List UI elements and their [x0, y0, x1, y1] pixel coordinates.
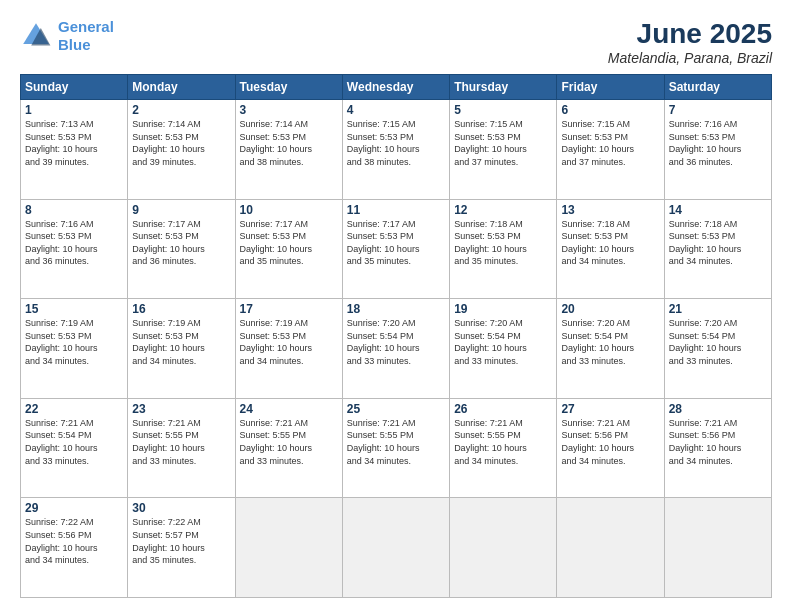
- day-cell: 25Sunrise: 7:21 AM Sunset: 5:55 PM Dayli…: [342, 398, 449, 498]
- day-cell: 1Sunrise: 7:13 AM Sunset: 5:53 PM Daylig…: [21, 100, 128, 200]
- day-number: 5: [454, 103, 552, 117]
- day-cell: 3Sunrise: 7:14 AM Sunset: 5:53 PM Daylig…: [235, 100, 342, 200]
- day-info: Sunrise: 7:20 AM Sunset: 5:54 PM Dayligh…: [561, 317, 659, 367]
- day-cell: 30Sunrise: 7:22 AM Sunset: 5:57 PM Dayli…: [128, 498, 235, 598]
- day-cell: 12Sunrise: 7:18 AM Sunset: 5:53 PM Dayli…: [450, 199, 557, 299]
- day-number: 6: [561, 103, 659, 117]
- day-info: Sunrise: 7:21 AM Sunset: 5:54 PM Dayligh…: [25, 417, 123, 467]
- day-info: Sunrise: 7:21 AM Sunset: 5:55 PM Dayligh…: [240, 417, 338, 467]
- day-cell: 5Sunrise: 7:15 AM Sunset: 5:53 PM Daylig…: [450, 100, 557, 200]
- day-number: 15: [25, 302, 123, 316]
- day-cell: 11Sunrise: 7:17 AM Sunset: 5:53 PM Dayli…: [342, 199, 449, 299]
- day-info: Sunrise: 7:19 AM Sunset: 5:53 PM Dayligh…: [132, 317, 230, 367]
- day-number: 20: [561, 302, 659, 316]
- logo: General Blue: [20, 18, 114, 54]
- day-number: 2: [132, 103, 230, 117]
- week-row-2: 8Sunrise: 7:16 AM Sunset: 5:53 PM Daylig…: [21, 199, 772, 299]
- day-info: Sunrise: 7:16 AM Sunset: 5:53 PM Dayligh…: [669, 118, 767, 168]
- day-number: 13: [561, 203, 659, 217]
- day-cell: 7Sunrise: 7:16 AM Sunset: 5:53 PM Daylig…: [664, 100, 771, 200]
- calendar-subtitle: Matelandia, Parana, Brazil: [608, 50, 772, 66]
- weekday-sunday: Sunday: [21, 75, 128, 100]
- day-info: Sunrise: 7:14 AM Sunset: 5:53 PM Dayligh…: [240, 118, 338, 168]
- day-info: Sunrise: 7:17 AM Sunset: 5:53 PM Dayligh…: [132, 218, 230, 268]
- day-cell: [235, 498, 342, 598]
- day-info: Sunrise: 7:21 AM Sunset: 5:55 PM Dayligh…: [132, 417, 230, 467]
- day-cell: 26Sunrise: 7:21 AM Sunset: 5:55 PM Dayli…: [450, 398, 557, 498]
- day-cell: 24Sunrise: 7:21 AM Sunset: 5:55 PM Dayli…: [235, 398, 342, 498]
- logo-icon: [20, 20, 52, 52]
- day-number: 14: [669, 203, 767, 217]
- day-number: 25: [347, 402, 445, 416]
- day-number: 24: [240, 402, 338, 416]
- day-number: 27: [561, 402, 659, 416]
- week-row-3: 15Sunrise: 7:19 AM Sunset: 5:53 PM Dayli…: [21, 299, 772, 399]
- day-cell: 27Sunrise: 7:21 AM Sunset: 5:56 PM Dayli…: [557, 398, 664, 498]
- day-cell: 17Sunrise: 7:19 AM Sunset: 5:53 PM Dayli…: [235, 299, 342, 399]
- day-number: 21: [669, 302, 767, 316]
- day-number: 19: [454, 302, 552, 316]
- day-cell: 29Sunrise: 7:22 AM Sunset: 5:56 PM Dayli…: [21, 498, 128, 598]
- day-info: Sunrise: 7:21 AM Sunset: 5:56 PM Dayligh…: [561, 417, 659, 467]
- day-info: Sunrise: 7:21 AM Sunset: 5:55 PM Dayligh…: [454, 417, 552, 467]
- day-info: Sunrise: 7:20 AM Sunset: 5:54 PM Dayligh…: [454, 317, 552, 367]
- day-info: Sunrise: 7:22 AM Sunset: 5:56 PM Dayligh…: [25, 516, 123, 566]
- day-number: 23: [132, 402, 230, 416]
- day-number: 29: [25, 501, 123, 515]
- weekday-friday: Friday: [557, 75, 664, 100]
- day-number: 7: [669, 103, 767, 117]
- day-number: 12: [454, 203, 552, 217]
- day-cell: 4Sunrise: 7:15 AM Sunset: 5:53 PM Daylig…: [342, 100, 449, 200]
- day-info: Sunrise: 7:18 AM Sunset: 5:53 PM Dayligh…: [669, 218, 767, 268]
- day-info: Sunrise: 7:17 AM Sunset: 5:53 PM Dayligh…: [240, 218, 338, 268]
- day-cell: 20Sunrise: 7:20 AM Sunset: 5:54 PM Dayli…: [557, 299, 664, 399]
- day-number: 3: [240, 103, 338, 117]
- weekday-saturday: Saturday: [664, 75, 771, 100]
- day-cell: 6Sunrise: 7:15 AM Sunset: 5:53 PM Daylig…: [557, 100, 664, 200]
- day-info: Sunrise: 7:21 AM Sunset: 5:56 PM Dayligh…: [669, 417, 767, 467]
- day-cell: 2Sunrise: 7:14 AM Sunset: 5:53 PM Daylig…: [128, 100, 235, 200]
- day-info: Sunrise: 7:18 AM Sunset: 5:53 PM Dayligh…: [454, 218, 552, 268]
- day-number: 10: [240, 203, 338, 217]
- calendar-title: June 2025: [608, 18, 772, 50]
- day-number: 11: [347, 203, 445, 217]
- day-info: Sunrise: 7:17 AM Sunset: 5:53 PM Dayligh…: [347, 218, 445, 268]
- weekday-thursday: Thursday: [450, 75, 557, 100]
- day-info: Sunrise: 7:15 AM Sunset: 5:53 PM Dayligh…: [347, 118, 445, 168]
- day-number: 16: [132, 302, 230, 316]
- day-cell: 16Sunrise: 7:19 AM Sunset: 5:53 PM Dayli…: [128, 299, 235, 399]
- day-number: 30: [132, 501, 230, 515]
- logo-general: General: [58, 18, 114, 35]
- day-cell: 13Sunrise: 7:18 AM Sunset: 5:53 PM Dayli…: [557, 199, 664, 299]
- day-info: Sunrise: 7:13 AM Sunset: 5:53 PM Dayligh…: [25, 118, 123, 168]
- weekday-header-row: SundayMondayTuesdayWednesdayThursdayFrid…: [21, 75, 772, 100]
- logo-text: General Blue: [58, 18, 114, 54]
- week-row-5: 29Sunrise: 7:22 AM Sunset: 5:56 PM Dayli…: [21, 498, 772, 598]
- day-cell: 23Sunrise: 7:21 AM Sunset: 5:55 PM Dayli…: [128, 398, 235, 498]
- day-cell: 22Sunrise: 7:21 AM Sunset: 5:54 PM Dayli…: [21, 398, 128, 498]
- day-number: 8: [25, 203, 123, 217]
- day-number: 22: [25, 402, 123, 416]
- calendar-table: SundayMondayTuesdayWednesdayThursdayFrid…: [20, 74, 772, 598]
- day-number: 9: [132, 203, 230, 217]
- day-cell: 9Sunrise: 7:17 AM Sunset: 5:53 PM Daylig…: [128, 199, 235, 299]
- weekday-monday: Monday: [128, 75, 235, 100]
- day-number: 17: [240, 302, 338, 316]
- day-info: Sunrise: 7:14 AM Sunset: 5:53 PM Dayligh…: [132, 118, 230, 168]
- logo-blue: Blue: [58, 36, 91, 53]
- day-cell: 14Sunrise: 7:18 AM Sunset: 5:53 PM Dayli…: [664, 199, 771, 299]
- day-info: Sunrise: 7:22 AM Sunset: 5:57 PM Dayligh…: [132, 516, 230, 566]
- day-info: Sunrise: 7:19 AM Sunset: 5:53 PM Dayligh…: [240, 317, 338, 367]
- day-info: Sunrise: 7:19 AM Sunset: 5:53 PM Dayligh…: [25, 317, 123, 367]
- day-cell: 21Sunrise: 7:20 AM Sunset: 5:54 PM Dayli…: [664, 299, 771, 399]
- day-cell: [342, 498, 449, 598]
- day-info: Sunrise: 7:18 AM Sunset: 5:53 PM Dayligh…: [561, 218, 659, 268]
- day-info: Sunrise: 7:15 AM Sunset: 5:53 PM Dayligh…: [454, 118, 552, 168]
- day-cell: 18Sunrise: 7:20 AM Sunset: 5:54 PM Dayli…: [342, 299, 449, 399]
- week-row-1: 1Sunrise: 7:13 AM Sunset: 5:53 PM Daylig…: [21, 100, 772, 200]
- page: General Blue June 2025 Matelandia, Paran…: [0, 0, 792, 612]
- day-number: 18: [347, 302, 445, 316]
- header: General Blue June 2025 Matelandia, Paran…: [20, 18, 772, 66]
- weekday-wednesday: Wednesday: [342, 75, 449, 100]
- day-number: 4: [347, 103, 445, 117]
